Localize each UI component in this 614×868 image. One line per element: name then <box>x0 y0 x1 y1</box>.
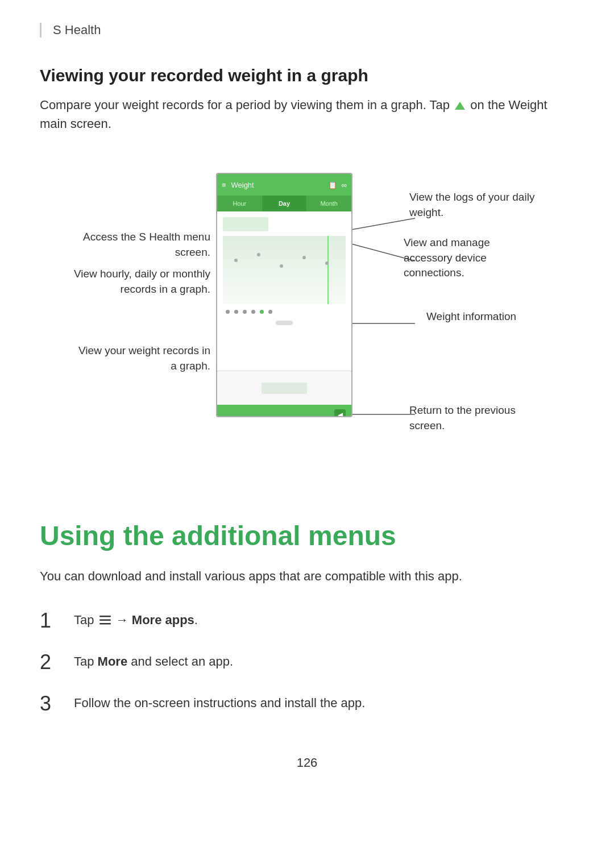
annotation-return: Return to the previous screen. <box>409 403 540 433</box>
phone-header-bar: ≡ Weight 📋 ∞ <box>217 174 351 196</box>
annotation-graph-text: View your weight records in a graph. <box>78 344 210 372</box>
step-number-1: 1 <box>40 608 63 633</box>
page-container: S Health Viewing your recorded weight in… <box>0 0 614 804</box>
step-1-bold: More apps <box>132 613 194 627</box>
svg-rect-8 <box>99 620 111 621</box>
annotation-records: View hourly, daily or monthly records in… <box>63 267 210 297</box>
graph-blurred <box>223 236 346 304</box>
annotation-weight-info: Weight information <box>426 309 540 325</box>
svg-rect-7 <box>99 616 111 617</box>
diagram-area: Access the S Health menu screen. View ho… <box>40 156 574 474</box>
annotation-graph: View your weight records in a graph. <box>74 343 210 373</box>
phone-tab-hour: Hour <box>217 196 262 211</box>
annotation-records-text: View hourly, daily or monthly records in… <box>74 268 210 295</box>
annotation-accessory-text: View and manage accessory device connect… <box>404 236 490 279</box>
svg-line-3 <box>351 218 415 230</box>
section-big-title: Using the additional menus <box>40 520 574 553</box>
graph-vertical-line <box>327 236 329 304</box>
hamburger-icon <box>99 611 111 630</box>
phone-logs-icon: 📋 <box>328 181 337 189</box>
graph-dot-2 <box>257 253 260 256</box>
page-header-title: S Health <box>53 23 101 37</box>
timeline-dot <box>234 310 238 314</box>
timeline-dot <box>251 310 255 314</box>
phone-tab-month: Month <box>306 196 351 211</box>
timeline-dots <box>223 310 346 314</box>
phone-header-icons: 📋 ∞ <box>328 181 347 189</box>
annotation-return-text: Return to the previous screen. <box>409 404 516 431</box>
step-text-3: Follow the on-screen instructions and in… <box>74 691 365 712</box>
step-number-2: 2 <box>40 650 63 674</box>
graph-dot-1 <box>234 259 238 262</box>
graph-dot-3 <box>280 264 283 268</box>
phone-tabs: Hour Day Month <box>217 196 351 211</box>
section-intro: You can download and install various app… <box>40 567 574 585</box>
page-header: S Health <box>40 23 574 38</box>
step-text-2: Tap More and select an app. <box>74 650 233 671</box>
back-arrow-icon: ◀ <box>338 411 343 417</box>
svg-rect-9 <box>99 623 111 625</box>
page-number: 126 <box>40 744 574 770</box>
annotation-logs: View the logs of your daily weight. <box>409 190 540 220</box>
section-description-weight: Compare your weight records for a period… <box>40 95 574 133</box>
phone-back-button: ◀ <box>334 409 346 417</box>
phone-accessory-icon: ∞ <box>342 181 347 189</box>
phone-bottom-bar: ◀ <box>217 405 351 417</box>
phone-mockup: ≡ Weight 📋 ∞ Hour Day Month <box>216 173 352 417</box>
scroll-indicator <box>276 321 293 325</box>
step-number-3: 3 <box>40 691 63 716</box>
steps-list: 1 Tap → More apps. 2 Tap More and select… <box>40 608 574 716</box>
timeline-dot <box>243 310 247 314</box>
step-item-3: 3 Follow the on-screen instructions and … <box>40 691 574 716</box>
annotation-menu-text: Access the S Health menu screen. <box>83 231 210 258</box>
step-item-2: 2 Tap More and select an app. <box>40 650 574 674</box>
graph-dot-4 <box>302 256 306 259</box>
annotation-accessory: View and manage accessory device connect… <box>404 235 540 281</box>
step-item-1: 1 Tap → More apps. <box>40 608 574 633</box>
phone-header-menu: ≡ Weight <box>222 180 325 189</box>
timeline-dot <box>226 310 230 314</box>
section-title-weight: Viewing your recorded weight in a graph <box>40 66 574 85</box>
graph-dot-5 <box>325 261 329 265</box>
timeline-dot-active <box>260 310 264 314</box>
annotation-logs-text: View the logs of your daily weight. <box>409 191 534 218</box>
description-text: Compare your weight records for a period… <box>40 98 450 112</box>
step-2-bold: More <box>98 654 128 668</box>
annotation-menu: Access the S Health menu screen. <box>74 230 210 260</box>
weight-number-blurred <box>223 217 268 231</box>
weight-info-blurred <box>262 383 307 394</box>
phone-graph-area <box>217 211 351 371</box>
triangle-icon <box>455 102 465 110</box>
annotation-weight-info-text: Weight information <box>426 310 516 322</box>
phone-weight-info <box>217 371 351 405</box>
timeline-dot <box>268 310 272 314</box>
step-text-1: Tap → More apps. <box>74 608 198 630</box>
phone-tab-day: Day <box>262 196 307 211</box>
